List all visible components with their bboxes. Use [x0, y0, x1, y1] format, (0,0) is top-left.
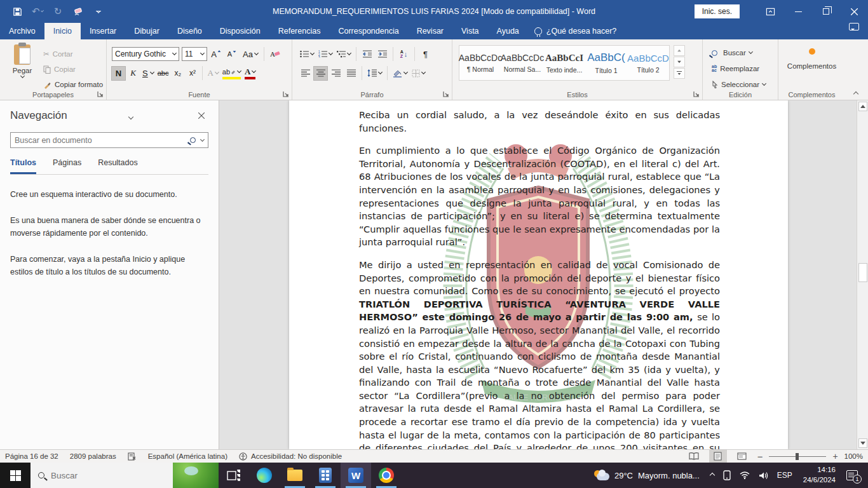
nav-pane-close-icon[interactable]	[194, 111, 208, 121]
tab-archivo[interactable]: Archivo	[0, 23, 44, 39]
zoom-level[interactable]: 100%	[844, 452, 863, 460]
shading-button[interactable]	[391, 67, 409, 80]
save-icon[interactable]	[11, 6, 23, 17]
tab-inicio[interactable]: Inicio	[44, 23, 81, 39]
notification-center-button[interactable]: 1	[842, 463, 868, 488]
tab-ayuda[interactable]: Ayuda	[488, 23, 528, 39]
align-left-button[interactable]	[299, 67, 312, 80]
print-layout-button[interactable]	[709, 450, 727, 463]
styles-scroll-up-button[interactable]	[674, 45, 685, 56]
styles-more-button[interactable]	[674, 68, 685, 79]
tab-referencias[interactable]: Referencias	[269, 23, 330, 39]
addins-button[interactable]: Complementos	[778, 48, 845, 70]
clock[interactable]: 14:16 24/6/2024	[797, 465, 842, 485]
scroll-down-button[interactable]	[858, 438, 867, 448]
nav-search-box[interactable]	[10, 132, 208, 148]
close-button[interactable]	[840, 0, 868, 23]
shrink-font-button[interactable]: A	[226, 48, 239, 61]
dialog-launcher-icon[interactable]	[283, 91, 290, 98]
paragraph-2[interactable]: En cumplimiento a lo que establece el Có…	[359, 144, 720, 249]
language-indicator[interactable]: ESP	[773, 463, 797, 488]
nav-search-input[interactable]	[15, 136, 190, 145]
taskbar-search-box[interactable]	[31, 463, 219, 488]
document-text[interactable]: Reciba un cordial saludo, a la vez deseá…	[359, 109, 720, 449]
tab-vista[interactable]: Vista	[452, 23, 488, 39]
tab-disposicion[interactable]: Disposición	[211, 23, 269, 39]
increase-indent-button[interactable]	[376, 48, 389, 61]
style-titulo-1[interactable]: AaBbC( Título 1	[585, 46, 627, 80]
select-button[interactable]: Seleccionar	[709, 78, 768, 92]
ribbon-display-options-icon[interactable]	[756, 0, 784, 23]
numbering-button[interactable]: 123	[317, 48, 334, 61]
feedback-icon[interactable]	[849, 23, 859, 30]
document-canvas[interactable]: VALLE HERMOSO Reciba un cordial saludo, …	[219, 100, 857, 449]
tab-revisar[interactable]: Revisar	[408, 23, 452, 39]
paragraph-1[interactable]: Reciba un cordial saludo, a la vez deseá…	[359, 109, 720, 135]
page-indicator[interactable]: Página 16 de 32	[5, 452, 58, 460]
task-view-button[interactable]	[219, 463, 249, 488]
show-marks-button[interactable]: ¶	[419, 48, 432, 61]
search-highlight-image[interactable]	[173, 463, 219, 488]
format-painter-button[interactable]: Copiar formato	[41, 78, 105, 92]
style-normal[interactable]: AaBbCcDc ¶ Normal	[459, 46, 501, 80]
line-spacing-button[interactable]	[366, 67, 383, 80]
tab-correspondencia[interactable]: Correspondencia	[329, 23, 407, 39]
phone-link-icon[interactable]	[719, 463, 735, 488]
scrollbar-thumb[interactable]	[858, 263, 867, 282]
align-center-button[interactable]	[314, 67, 327, 80]
borders-button[interactable]	[410, 67, 426, 80]
word-count[interactable]: 2809 palabras	[70, 452, 116, 460]
nav-tab-titulos[interactable]: Títulos	[10, 158, 36, 174]
web-layout-button[interactable]	[733, 450, 751, 463]
search-icon[interactable]	[190, 137, 196, 143]
multilevel-list-button[interactable]	[336, 48, 352, 61]
highlight-button[interactable]: ab	[221, 67, 242, 80]
wifi-icon[interactable]	[735, 463, 754, 488]
taskbar-edge[interactable]	[249, 463, 280, 488]
accessibility-status[interactable]: Accesibilidad: No disponible	[239, 452, 342, 461]
weather-widget[interactable]: 29°C Mayorm. nubla...	[587, 470, 706, 480]
customize-qat-icon[interactable]	[93, 6, 104, 17]
zoom-slider-thumb[interactable]	[796, 453, 799, 460]
decrease-indent-button[interactable]	[360, 48, 374, 61]
bold-button[interactable]: N	[112, 67, 125, 80]
sign-in-button[interactable]: Inic. ses.	[695, 4, 740, 18]
font-size-combo[interactable]: 11	[182, 47, 207, 61]
justify-button[interactable]	[344, 67, 358, 80]
grow-font-button[interactable]: A	[210, 48, 223, 61]
subscript-button[interactable]: x₂	[171, 67, 184, 80]
taskbar-chrome[interactable]	[371, 463, 402, 488]
collapse-ribbon-button[interactable]	[854, 90, 863, 96]
tab-dibujar[interactable]: Dibujar	[125, 23, 168, 39]
find-button[interactable]: Buscar	[709, 46, 768, 60]
proofing-icon[interactable]	[128, 452, 137, 461]
dialog-launcher-icon[interactable]	[693, 91, 700, 98]
nav-tab-paginas[interactable]: Páginas	[53, 158, 81, 174]
tell-me-box[interactable]: ¿Qué desea hacer?	[528, 23, 623, 39]
volume-icon[interactable]	[754, 463, 773, 488]
taskbar-search-input[interactable]	[51, 471, 146, 480]
tab-diseno[interactable]: Diseño	[168, 23, 211, 39]
read-mode-button[interactable]	[685, 450, 703, 463]
italic-button[interactable]: K	[126, 67, 140, 80]
minimize-button[interactable]	[784, 0, 812, 23]
align-right-button[interactable]	[329, 67, 342, 80]
strikethrough-button[interactable]: abc	[156, 67, 170, 80]
vertical-scrollbar[interactable]	[857, 100, 868, 449]
style-normal-sa[interactable]: AaBbCcDc Normal Sa...	[501, 46, 543, 80]
tab-insertar[interactable]: Insertar	[81, 23, 125, 39]
chevron-down-icon[interactable]	[200, 137, 205, 141]
restore-button[interactable]	[812, 0, 840, 23]
sort-button[interactable]: AZ ↓	[397, 48, 410, 61]
language-indicator[interactable]: Español (América latina)	[148, 452, 227, 460]
style-titulo-2[interactable]: AaBbCcD Título 2	[627, 46, 669, 80]
style-texto-independiente[interactable]: AaBbCcI Texto inde...	[543, 46, 585, 80]
change-case-button[interactable]: Aa	[241, 48, 259, 61]
tray-chevron-up-icon[interactable]	[706, 463, 719, 488]
taskbar-file-explorer[interactable]	[280, 463, 310, 488]
zoom-slider[interactable]	[769, 456, 826, 457]
paste-button[interactable]: Pegar	[6, 44, 38, 90]
zoom-out-button[interactable]: −	[757, 451, 763, 462]
underline-button[interactable]: S	[141, 67, 155, 80]
font-family-combo[interactable]: Century Gothic	[112, 47, 179, 61]
